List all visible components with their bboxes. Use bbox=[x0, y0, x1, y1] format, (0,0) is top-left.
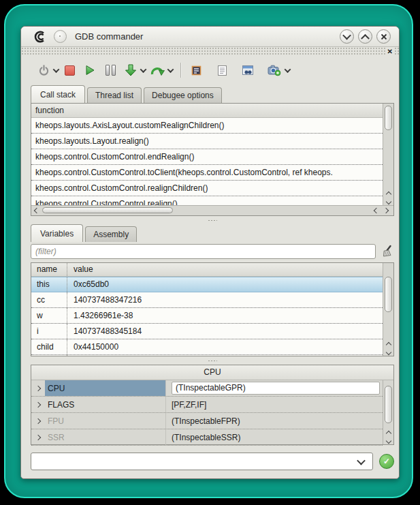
scrollbar-thumb[interactable] bbox=[42, 207, 173, 213]
call-stack-row[interactable]: kheops.layouts.AxisLayout.customRealignC… bbox=[31, 118, 383, 134]
power-button[interactable] bbox=[36, 62, 51, 78]
register-group-value: (TInspectableSSR) bbox=[166, 429, 383, 445]
step-into-dropdown[interactable] bbox=[140, 68, 146, 73]
register-group-name[interactable]: FLAGS bbox=[45, 397, 166, 412]
step-over-dropdown[interactable] bbox=[167, 68, 174, 73]
stop-button[interactable] bbox=[62, 62, 77, 78]
register-group-name[interactable]: SSR bbox=[45, 429, 166, 445]
dock-handle[interactable]: ✕ bbox=[21, 47, 399, 56]
scroll-down-icon[interactable] bbox=[385, 199, 391, 204]
pin-button[interactable] bbox=[54, 30, 67, 43]
scrollbar-thumb[interactable] bbox=[385, 277, 392, 312]
run-button[interactable] bbox=[82, 62, 97, 78]
register-group-name[interactable]: CPU bbox=[45, 380, 166, 396]
splitter-handle[interactable] bbox=[31, 216, 394, 224]
expand-icon[interactable] bbox=[31, 386, 45, 391]
app-logo-icon bbox=[33, 31, 46, 43]
cpu-row[interactable]: CPU (TInspectableGPR) bbox=[31, 380, 383, 397]
dock-close-icon[interactable]: ✕ bbox=[387, 48, 393, 55]
column-header-name[interactable]: name bbox=[31, 263, 67, 276]
shade-button[interactable] bbox=[340, 29, 354, 44]
play-icon bbox=[84, 65, 95, 76]
register-group-value: (TInspectableFPR) bbox=[166, 413, 383, 429]
column-header-function[interactable]: function bbox=[31, 104, 383, 118]
call-stack-row[interactable]: kheops.control.CustomControl.realignChil… bbox=[31, 181, 383, 196]
command-combobox[interactable] bbox=[31, 453, 373, 470]
confirm-button[interactable]: ✓ bbox=[379, 454, 394, 469]
scroll-down-icon[interactable] bbox=[385, 350, 391, 355]
step-into-button[interactable] bbox=[123, 62, 138, 78]
variable-row[interactable]: w 1.43266961e-38 bbox=[31, 308, 383, 324]
expand-icon[interactable] bbox=[31, 435, 45, 440]
command-input[interactable] bbox=[34, 454, 355, 470]
cpu-view-button[interactable] bbox=[189, 62, 204, 78]
call-stack-hscrollbar[interactable] bbox=[31, 205, 393, 215]
scroll-down-icon[interactable] bbox=[385, 438, 391, 444]
call-stack-vscrollbar[interactable] bbox=[383, 104, 393, 205]
messages-button[interactable] bbox=[214, 62, 229, 78]
variable-value: 1.43266961e-38 bbox=[67, 308, 383, 323]
cpu-row[interactable]: SSR (TInspectableSSR) bbox=[31, 429, 383, 446]
power-dropdown[interactable] bbox=[52, 68, 59, 73]
variables-vscrollbar[interactable] bbox=[383, 263, 393, 356]
expand-icon[interactable] bbox=[31, 419, 45, 423]
call-stack-row[interactable]: kheops.control.CustomControl.endRealign(… bbox=[31, 149, 383, 165]
cpu-panel-title: CPU bbox=[31, 365, 393, 380]
register-value-editor[interactable]: (TInspectableGPR) bbox=[172, 382, 380, 395]
variables-panel: name value this 0xc65db0 cc 140737488347… bbox=[31, 262, 394, 356]
titlebar[interactable]: GDB commander bbox=[21, 27, 399, 47]
grip-dots-icon bbox=[208, 219, 217, 221]
register-group-name[interactable]: FPU bbox=[45, 413, 166, 429]
tab-assembly[interactable]: Assembly bbox=[85, 226, 137, 242]
variable-row[interactable]: child 0x44150000 bbox=[31, 339, 383, 355]
scroll-up-icon[interactable] bbox=[385, 342, 391, 348]
clear-filter-button[interactable] bbox=[379, 245, 394, 259]
tab-thread-list[interactable]: Thread list bbox=[87, 87, 142, 103]
variable-row[interactable]: i 140737488345184 bbox=[31, 324, 383, 339]
close-button[interactable] bbox=[376, 29, 391, 44]
scrollbar-thumb[interactable] bbox=[385, 106, 392, 130]
cpu-vscrollbar[interactable] bbox=[383, 380, 393, 444]
watch-window-icon bbox=[242, 65, 254, 76]
cpu-row[interactable]: FPU (TInspectableFPR) bbox=[31, 413, 383, 429]
splitter-handle[interactable] bbox=[31, 356, 394, 365]
scroll-left-icon[interactable] bbox=[374, 208, 379, 213]
call-stack-row[interactable]: kheops.control.CustomControl.toClient(kh… bbox=[31, 165, 383, 181]
snapshot-button[interactable] bbox=[266, 62, 282, 78]
snapshot-dropdown[interactable] bbox=[284, 68, 291, 73]
chevron-down-icon bbox=[284, 66, 291, 73]
tab-variables[interactable]: Variables bbox=[31, 224, 83, 242]
variable-value: 140737488345184 bbox=[67, 324, 383, 339]
tab-debugee-options[interactable]: Debugee options bbox=[144, 87, 222, 103]
variable-row[interactable]: this 0xc65db0 bbox=[31, 277, 383, 292]
variable-row[interactable]: cc 140737488347216 bbox=[31, 292, 383, 308]
expand-icon[interactable] bbox=[31, 403, 45, 407]
call-stack-panel: function kheops.layouts.AxisLayout.custo… bbox=[31, 103, 394, 216]
pause-button[interactable] bbox=[103, 62, 118, 78]
call-stack-row[interactable]: kheops.layouts.Layout.realign() bbox=[31, 134, 383, 149]
watch-window-button[interactable] bbox=[240, 62, 255, 78]
scrollbar-thumb[interactable] bbox=[385, 386, 392, 423]
variable-name: child bbox=[31, 339, 67, 354]
camera-plus-icon bbox=[268, 64, 281, 76]
cpu-register-tree: CPU (TInspectableGPR) FLAGS [PF,ZF,IF] F… bbox=[31, 380, 383, 444]
scroll-right-icon[interactable] bbox=[383, 208, 389, 213]
chevron-down-icon bbox=[167, 66, 174, 73]
filter-input[interactable] bbox=[31, 244, 376, 259]
document-icon bbox=[217, 65, 227, 76]
pause-icon bbox=[106, 65, 116, 76]
tab-call-stack[interactable]: Call stack bbox=[31, 85, 85, 103]
unshade-button[interactable] bbox=[358, 29, 372, 44]
call-stack-list: function kheops.layouts.AxisLayout.custo… bbox=[31, 104, 383, 205]
call-stack-row[interactable]: kheops.control.CustomControl.realign() bbox=[31, 196, 383, 205]
step-into-icon bbox=[125, 64, 137, 76]
variable-value: 0xc65db0 bbox=[67, 277, 383, 292]
scroll-left-icon[interactable] bbox=[34, 208, 39, 213]
step-over-button[interactable] bbox=[149, 62, 165, 78]
scroll-up-icon[interactable] bbox=[385, 192, 391, 197]
scroll-up-icon[interactable] bbox=[385, 431, 391, 436]
combo-dropdown-icon[interactable] bbox=[357, 457, 366, 465]
column-header-value[interactable]: value bbox=[67, 263, 383, 276]
variable-row[interactable]: b 1.43266961e-38 bbox=[31, 355, 383, 356]
cpu-row[interactable]: FLAGS [PF,ZF,IF] bbox=[31, 397, 383, 413]
